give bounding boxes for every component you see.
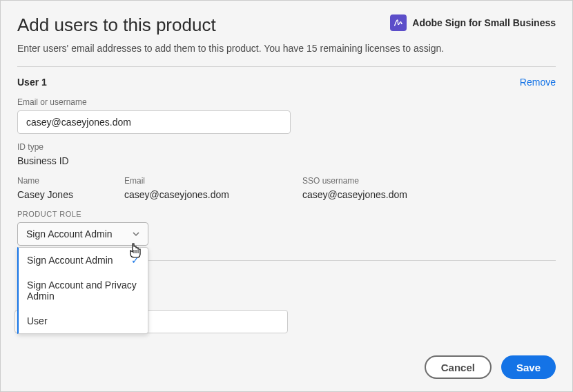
sso-col-value: casey@caseyjones.dom <box>302 189 482 200</box>
role-option-sign-account-privacy-admin[interactable]: Sign Account and Privacy Admin <box>19 273 148 308</box>
id-type-value: Business ID <box>17 155 556 166</box>
sso-column: SSO username casey@caseyjones.dom <box>302 176 482 200</box>
role-option-user[interactable]: User <box>19 308 148 333</box>
user-label: User 1 <box>17 77 47 88</box>
email-col-label: Email <box>124 176 302 186</box>
page-title: Add users to this product <box>17 14 216 36</box>
product-badge: Adobe Sign for Small Business <box>390 14 556 31</box>
chevron-down-icon <box>133 231 139 237</box>
role-option-label: Sign Account Admin <box>27 255 113 266</box>
cancel-button[interactable]: Cancel <box>425 355 492 379</box>
role-option-sign-account-admin[interactable]: Sign Account Admin ✓ <box>19 248 148 273</box>
check-icon: ✓ <box>131 255 139 266</box>
sso-col-label: SSO username <box>302 176 482 186</box>
role-option-label: Sign Account and Privacy Admin <box>27 280 139 302</box>
role-option-label: User <box>27 315 48 326</box>
product-role-dropdown[interactable]: Sign Account Admin <box>17 222 148 246</box>
product-name: Adobe Sign for Small Business <box>412 17 556 28</box>
email-input[interactable] <box>17 110 291 134</box>
remove-user-link[interactable]: Remove <box>520 77 556 88</box>
modal-footer: Cancel Save <box>425 355 556 379</box>
email-column: Email casey@caseyjones.dom <box>124 176 302 200</box>
modal-header: Add users to this product Adobe Sign for… <box>17 14 556 36</box>
divider <box>17 66 556 67</box>
subtitle-text: Enter users' email addresses to add them… <box>17 43 556 54</box>
name-col-label: Name <box>17 176 124 186</box>
name-col-value: Casey Jones <box>17 189 124 200</box>
name-column: Name Casey Jones <box>17 176 124 200</box>
product-role-label: PRODUCT ROLE <box>17 210 556 218</box>
email-col-value: casey@caseyjones.dom <box>124 189 302 200</box>
add-users-modal: Add users to this product Adobe Sign for… <box>0 0 573 392</box>
id-type-label: ID type <box>17 142 556 152</box>
adobe-sign-icon <box>390 14 407 31</box>
email-field-label: Email or username <box>17 97 556 107</box>
product-role-menu: Sign Account Admin ✓ Sign Account and Pr… <box>17 247 148 334</box>
save-button[interactable]: Save <box>501 355 556 379</box>
user-section-header: User 1 Remove <box>17 77 556 88</box>
product-role-dropdown-wrapper: Sign Account Admin Sign Account Admin ✓ … <box>17 222 148 246</box>
user-details-columns: Name Casey Jones Email casey@caseyjones.… <box>17 176 556 200</box>
dropdown-selected-value: Sign Account Admin <box>26 228 113 239</box>
divider <box>146 260 556 261</box>
